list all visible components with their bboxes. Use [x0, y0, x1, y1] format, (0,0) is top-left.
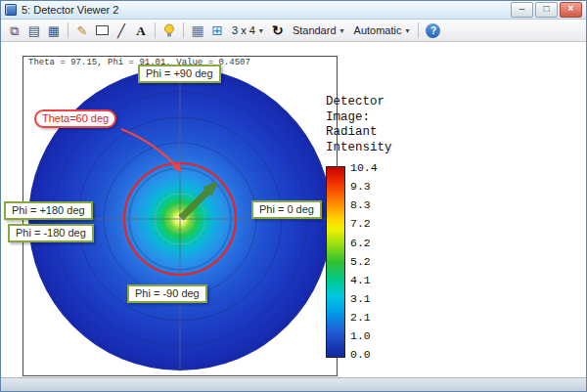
- callout-phi-plus-180[interactable]: Phi = +180 deg: [4, 201, 93, 220]
- single-view-icon[interactable]: ▦: [189, 22, 206, 39]
- toolbar-separator: [68, 22, 68, 38]
- viewer-content: Theta = 97.15, Phi = 91.01, Value = 0.45…: [2, 43, 585, 378]
- colorbar-tick: 4.1: [350, 275, 378, 286]
- pencil-tool-icon[interactable]: ✎: [73, 22, 91, 39]
- callout-phi-plus-90[interactable]: Phi = +90 deg: [138, 65, 221, 83]
- dropdown-arrow-icon: ▾: [340, 26, 344, 35]
- minimize-button[interactable]: –: [511, 2, 533, 18]
- callout-phi-minus-90[interactable]: Phi = -90 deg: [127, 284, 207, 303]
- rectangle-glyph: [96, 25, 109, 35]
- colorbar: 10.4 9.3 8.3 7.2 6.2 5.2 4.1 3.1 2.1 1.0…: [326, 166, 378, 361]
- close-button[interactable]: ×: [560, 2, 582, 18]
- maximize-button[interactable]: □: [535, 2, 558, 18]
- colorbar-tick: 9.3: [350, 181, 378, 193]
- help-icon[interactable]: ?: [426, 23, 440, 38]
- toolbar-separator: [155, 22, 156, 38]
- refresh-icon[interactable]: ↻: [269, 22, 287, 39]
- grid-layout-icon[interactable]: ⊞: [208, 22, 226, 39]
- automatic-dropdown[interactable]: Automatic ▾: [350, 22, 414, 39]
- save-icon[interactable]: ▤: [25, 22, 43, 39]
- colorbar-tick: 0.0: [350, 349, 378, 361]
- app-icon: [5, 4, 17, 16]
- grid-size-dropdown[interactable]: 3 x 4 ▾: [228, 22, 267, 39]
- window-bottom-edge: [1, 377, 586, 391]
- rectangle-tool-icon[interactable]: [93, 22, 111, 39]
- colorbar-tick: 10.4: [350, 162, 378, 174]
- grid-size-label: 3 x 4: [232, 24, 255, 36]
- lamp-glyph: [162, 23, 176, 38]
- toolbar-separator: [183, 22, 184, 38]
- window-title: 5: Detector Viewer 2: [22, 4, 118, 16]
- colorbar-tick: 3.1: [350, 293, 378, 305]
- callout-theta-60[interactable]: Theta=60 deg: [34, 109, 116, 128]
- dropdown-arrow-icon: ▾: [259, 26, 263, 35]
- detector-viewer-window: 5: Detector Viewer 2 – □ × ⧉ ▤ ▦ ✎ ╱ A ▦…: [0, 0, 587, 392]
- colorbar-tick: 8.3: [350, 199, 378, 211]
- colorbar-tick: 5.2: [350, 256, 378, 268]
- toolbar: ⧉ ▤ ▦ ✎ ╱ A ▦ ⊞ 3 x 4 ▾ ↻ Standard ▾ Aut…: [1, 20, 586, 42]
- lamp-icon[interactable]: [160, 22, 178, 39]
- callout-phi-0[interactable]: Phi = 0 deg: [251, 200, 322, 219]
- colorbar-tick: 1.0: [350, 330, 378, 342]
- colorbar-tick: 2.1: [350, 312, 378, 324]
- line-tool-icon[interactable]: ╱: [113, 22, 130, 39]
- colorbar-tick: 7.2: [350, 218, 378, 230]
- legend-title: Detector Image: Radiant Intensity: [326, 95, 392, 156]
- plot-frame: Theta = 97.15, Phi = 91.01, Value = 0.45…: [23, 56, 338, 376]
- automatic-label: Automatic: [354, 24, 402, 36]
- text-tool-icon[interactable]: A: [132, 22, 150, 39]
- colorbar-tick: 6.2: [350, 238, 378, 249]
- callout-phi-minus-180[interactable]: Phi = -180 deg: [8, 224, 94, 242]
- dropdown-arrow-icon: ▾: [405, 26, 409, 35]
- toolbar-separator: [418, 22, 419, 38]
- copy-icon[interactable]: ⧉: [6, 22, 23, 39]
- title-bar: 5: Detector Viewer 2 – □ ×: [1, 1, 586, 20]
- colorbar-gradient: [326, 166, 345, 358]
- standard-dropdown[interactable]: Standard ▾: [289, 22, 348, 39]
- print-icon[interactable]: ▦: [45, 22, 63, 39]
- colorbar-ticks: 10.4 9.3 8.3 7.2 6.2 5.2 4.1 3.1 2.1 1.0…: [350, 162, 378, 361]
- standard-label: Standard: [293, 24, 337, 36]
